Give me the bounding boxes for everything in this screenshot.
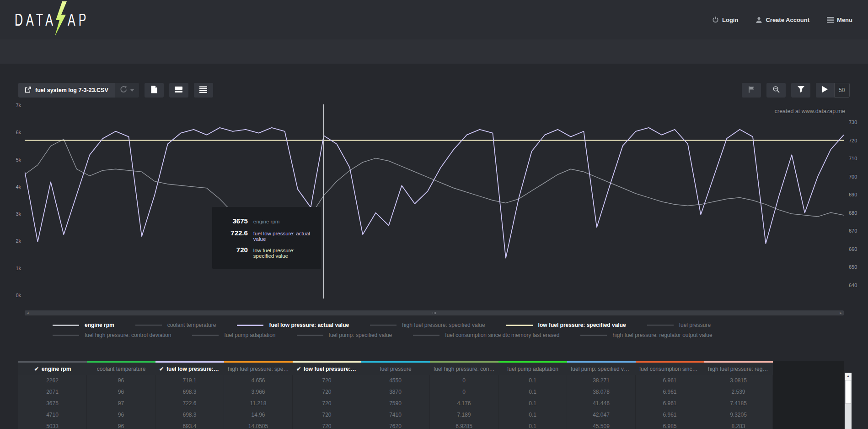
- table-cell: 6.985: [636, 421, 704, 429]
- scrollbar-thumb[interactable]: [845, 380, 851, 404]
- column-header-high-fuel-pressure-specified-value[interactable]: high fuel pressure: specified value: [224, 361, 293, 375]
- legend-item-high-fuel-pressure-specified-value[interactable]: high fuel pressure: specified value: [370, 321, 485, 329]
- legend-item-fuel-pump-adaptation[interactable]: fuel pump adaptation: [192, 331, 275, 339]
- zoom-out-icon: [773, 86, 780, 95]
- column-header-fuel-consumption-since-dtc-memory-last-erased[interactable]: fuel consumption since dtc memory last e…: [636, 361, 704, 375]
- table-row: 207196698.33.966720387000.138.0786.9612.…: [18, 386, 844, 398]
- flag-button[interactable]: [742, 83, 761, 98]
- table-row: 503396693.414.050572076206.92850.145.509…: [18, 421, 844, 429]
- file-group: fuel system log 7-3-23.CSV: [18, 83, 139, 98]
- legend-item-fuel-low-pressure-actual-value[interactable]: fuel low pressure: actual value: [237, 321, 349, 329]
- table-cell: 3.0815: [704, 375, 773, 386]
- table-cell: 0.1: [498, 409, 567, 421]
- zoom-out-button[interactable]: [766, 83, 786, 98]
- legend-swatch: [506, 325, 533, 326]
- legend-label: fuel pump adaptation: [224, 332, 275, 338]
- legend-item-engine-rpm[interactable]: engine rpm: [53, 321, 114, 329]
- page-size-input[interactable]: [834, 83, 850, 98]
- table-header-filler: [773, 361, 844, 375]
- export-icon: [25, 87, 31, 94]
- table-cell: 0.1: [498, 421, 567, 429]
- tooltip-value: 720: [218, 246, 248, 254]
- table-cell: 7410: [361, 409, 430, 421]
- column-header-fuel-pump-specified-value[interactable]: fuel pump: specified value: [567, 361, 636, 375]
- column-header-fuel-pressure[interactable]: fuel pressure: [361, 361, 430, 375]
- legend-swatch: [413, 335, 439, 336]
- login-button[interactable]: Login: [712, 16, 738, 23]
- legend-item-fuel-pressure[interactable]: fuel pressure: [647, 321, 711, 329]
- column-header-low-fuel-pressure-specified-value[interactable]: ✔low fuel pressure: specified value: [293, 361, 361, 375]
- table-row: 471096698.314.9672074107.1890.142.0476.9…: [18, 409, 844, 421]
- table-row-filler: [773, 386, 844, 398]
- column-header-label: fuel pump: specified value: [571, 366, 632, 372]
- check-icon: ✔: [159, 366, 164, 372]
- data-table: ✔engine rpmcoolant temperature✔fuel low …: [18, 361, 844, 429]
- legend-item-low-fuel-pressure-specified-value[interactable]: low fuel pressure: specified value: [506, 321, 626, 329]
- table-cell: 7620: [361, 421, 430, 429]
- table-cell: 3.966: [224, 386, 293, 398]
- legend-item-fuel-high-pressure-control-deviation[interactable]: fuel high pressure: control deviation: [53, 331, 171, 339]
- legend-label: fuel high pressure: control deviation: [85, 332, 171, 338]
- tooltip-row: 3675engine rpm: [218, 217, 313, 225]
- filter-button[interactable]: [791, 83, 810, 98]
- column-header-coolant-temperature[interactable]: coolant temperature: [87, 361, 155, 375]
- table-vertical-scrollbar[interactable]: ▲: [845, 373, 852, 429]
- scrollbar-grip[interactable]: [433, 312, 436, 314]
- refresh-button[interactable]: [115, 83, 139, 98]
- menu-button[interactable]: Menu: [827, 16, 852, 23]
- play-button[interactable]: [816, 83, 834, 98]
- check-icon: ✔: [34, 366, 39, 372]
- chart-view-icon: [175, 86, 182, 95]
- column-header-fuel-high-pressure-control-deviation[interactable]: fuel high pressure: control deviation: [430, 361, 498, 375]
- table-cell: 11.218: [224, 398, 293, 409]
- scroll-left-icon[interactable]: ◄: [26, 310, 29, 315]
- legend-swatch: [647, 325, 674, 326]
- tooltip-label: low fuel pressure: specified value: [253, 248, 313, 259]
- column-header-fuel-pump-adaptation[interactable]: fuel pump adaptation: [498, 361, 567, 375]
- legend-label: low fuel pressure: specified value: [538, 322, 626, 328]
- right-axis-tick: 720: [849, 138, 857, 143]
- chart-view-button[interactable]: [169, 83, 188, 98]
- legend-item-coolant-temperature[interactable]: coolant temperature: [135, 321, 216, 329]
- column-header-label: low fuel pressure: specified value: [304, 366, 358, 372]
- series-engine-rpm: [25, 139, 844, 217]
- legend-swatch: [135, 325, 162, 326]
- right-axis-tick: 680: [849, 210, 857, 216]
- legend-item-high-fuel-pressure-regulator-output-value[interactable]: high fuel pressure: regulator output val…: [580, 331, 712, 339]
- table-view-button[interactable]: [194, 83, 213, 98]
- datazap-logo[interactable]: DATA AP: [15, 4, 89, 36]
- legend-swatch: [192, 335, 219, 336]
- left-axis: 7k6k5k4k3k2k1k0k: [0, 104, 21, 300]
- table-cell: 698.3: [155, 409, 224, 421]
- table-cell: 4550: [361, 375, 430, 386]
- right-axis-tick: 690: [849, 192, 857, 197]
- scroll-up-icon[interactable]: ▲: [845, 373, 852, 380]
- chart-horizontal-scrollbar[interactable]: ◄ ►: [25, 310, 844, 315]
- column-header-high-fuel-pressure-regulator-output-value[interactable]: high fuel pressure: regulator output val…: [704, 361, 773, 375]
- table-cell: 698.3: [155, 386, 224, 398]
- table-cell: 2.539: [704, 386, 773, 398]
- login-label: Login: [722, 16, 738, 23]
- create-account-button[interactable]: Create Account: [755, 16, 809, 23]
- table-cell: 6.961: [636, 409, 704, 421]
- table-cell: 6.961: [636, 398, 704, 409]
- legend-item-fuel-consumption-since-dtc-memory-last-erased[interactable]: fuel consumption since dtc memory last e…: [413, 331, 559, 339]
- app-header: DATA AP Login: [0, 0, 868, 39]
- column-header-engine-rpm[interactable]: ✔engine rpm: [18, 361, 87, 375]
- table-cell: 719.1: [155, 375, 224, 386]
- tooltip-value: 3675: [218, 217, 248, 225]
- table-cell: 720: [293, 375, 361, 386]
- new-document-button[interactable]: [145, 83, 164, 98]
- tooltip-row: 722.6fuel low pressure: actual value: [218, 229, 313, 242]
- table-cell: 3870: [361, 386, 430, 398]
- plot-area[interactable]: [25, 104, 844, 300]
- legend-item-fuel-pump-specified-value[interactable]: fuel pump: specified value: [297, 331, 392, 339]
- table-cell: 14.0505: [224, 421, 293, 429]
- column-header-fuel-low-pressure-actual-value[interactable]: ✔fuel low pressure: actual value: [155, 361, 224, 375]
- scroll-right-icon[interactable]: ►: [839, 310, 842, 315]
- log-file-button[interactable]: fuel system log 7-3-23.CSV: [18, 83, 115, 98]
- left-axis-tick: 0k: [16, 293, 21, 298]
- right-axis-tick: 730: [849, 119, 857, 125]
- table-cell: 97: [87, 398, 155, 409]
- legend-swatch: [580, 335, 607, 336]
